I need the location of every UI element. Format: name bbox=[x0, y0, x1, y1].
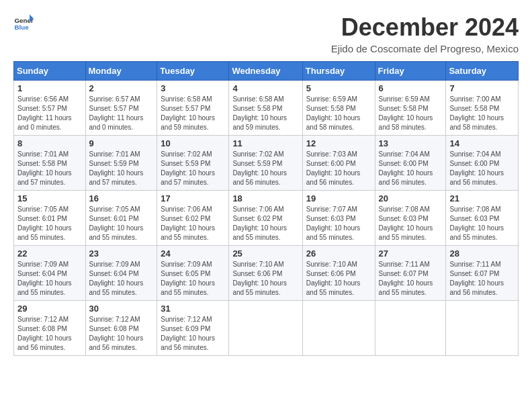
day-number: 10 bbox=[161, 138, 225, 148]
day-info: Sunrise: 6:59 AMSunset: 5:58 PMDaylight:… bbox=[379, 95, 433, 131]
day-info: Sunrise: 7:09 AMSunset: 6:05 PMDaylight:… bbox=[161, 261, 215, 296]
calendar-table: Sunday Monday Tuesday Wednesday Thursday… bbox=[13, 61, 519, 356]
day-number: 17 bbox=[161, 193, 225, 203]
table-row: 3 Sunrise: 6:58 AMSunset: 5:57 PMDayligh… bbox=[157, 81, 229, 136]
day-info: Sunrise: 7:04 AMSunset: 6:00 PMDaylight:… bbox=[379, 150, 433, 186]
day-info: Sunrise: 7:05 AMSunset: 6:01 PMDaylight:… bbox=[17, 205, 72, 241]
table-row: 17 Sunrise: 7:06 AMSunset: 6:02 PMDaylig… bbox=[157, 191, 229, 246]
calendar-week-3: 15 Sunrise: 7:05 AMSunset: 6:01 PMDaylig… bbox=[14, 191, 519, 246]
calendar-week-5: 29 Sunrise: 7:12 AMSunset: 6:08 PMDaylig… bbox=[14, 301, 519, 356]
day-number: 4 bbox=[232, 83, 298, 93]
col-monday: Monday bbox=[85, 62, 157, 81]
day-number: 23 bbox=[89, 248, 154, 259]
day-info: Sunrise: 7:12 AMSunset: 6:08 PMDaylight:… bbox=[89, 316, 144, 351]
day-number: 3 bbox=[161, 83, 225, 93]
day-number: 2 bbox=[89, 83, 154, 93]
day-number: 15 bbox=[17, 193, 82, 203]
day-info: Sunrise: 7:01 AMSunset: 5:59 PMDaylight:… bbox=[89, 150, 144, 186]
day-number: 20 bbox=[379, 193, 443, 203]
day-info: Sunrise: 7:07 AMSunset: 6:03 PMDaylight:… bbox=[306, 205, 361, 241]
table-row: 7 Sunrise: 7:00 AMSunset: 5:58 PMDayligh… bbox=[446, 81, 519, 136]
table-row: 29 Sunrise: 7:12 AMSunset: 6:08 PMDaylig… bbox=[14, 301, 86, 356]
day-info: Sunrise: 7:06 AMSunset: 6:02 PMDaylight:… bbox=[232, 205, 287, 241]
table-row: 18 Sunrise: 7:06 AMSunset: 6:02 PMDaylig… bbox=[229, 191, 302, 246]
table-row: 26 Sunrise: 7:10 AMSunset: 6:06 PMDaylig… bbox=[302, 246, 375, 301]
logo: General Blue bbox=[13, 13, 34, 34]
title-section: December 2024 Ejido de Coscomate del Pro… bbox=[331, 13, 519, 54]
day-number: 18 bbox=[232, 193, 298, 203]
day-info: Sunrise: 7:11 AMSunset: 6:07 PMDaylight:… bbox=[379, 261, 433, 296]
day-info: Sunrise: 7:00 AMSunset: 5:58 PMDaylight:… bbox=[449, 95, 504, 131]
col-thursday: Thursday bbox=[302, 62, 375, 81]
day-info: Sunrise: 7:06 AMSunset: 6:02 PMDaylight:… bbox=[161, 205, 215, 241]
day-number: 24 bbox=[161, 248, 225, 259]
day-info: Sunrise: 7:03 AMSunset: 6:00 PMDaylight:… bbox=[306, 150, 361, 186]
table-row: 23 Sunrise: 7:09 AMSunset: 6:04 PMDaylig… bbox=[85, 246, 157, 301]
calendar-week-2: 8 Sunrise: 7:01 AMSunset: 5:58 PMDayligh… bbox=[14, 136, 519, 191]
location-title: Ejido de Coscomate del Progreso, Mexico bbox=[331, 43, 519, 54]
day-info: Sunrise: 7:10 AMSunset: 6:06 PMDaylight:… bbox=[306, 261, 361, 296]
day-number: 14 bbox=[449, 138, 515, 148]
col-saturday: Saturday bbox=[446, 62, 519, 81]
table-row: 1 Sunrise: 6:56 AMSunset: 5:57 PMDayligh… bbox=[14, 81, 86, 136]
day-info: Sunrise: 7:04 AMSunset: 6:00 PMDaylight:… bbox=[449, 150, 504, 186]
day-number: 7 bbox=[449, 83, 515, 93]
table-row: 16 Sunrise: 7:05 AMSunset: 6:01 PMDaylig… bbox=[85, 191, 157, 246]
day-info: Sunrise: 7:05 AMSunset: 6:01 PMDaylight:… bbox=[89, 205, 144, 241]
day-info: Sunrise: 7:01 AMSunset: 5:58 PMDaylight:… bbox=[17, 150, 72, 186]
calendar-week-1: 1 Sunrise: 6:56 AMSunset: 5:57 PMDayligh… bbox=[14, 81, 519, 136]
day-info: Sunrise: 7:11 AMSunset: 6:07 PMDaylight:… bbox=[449, 261, 504, 296]
table-row: 24 Sunrise: 7:09 AMSunset: 6:05 PMDaylig… bbox=[157, 246, 229, 301]
calendar-header-row: Sunday Monday Tuesday Wednesday Thursday… bbox=[14, 62, 519, 81]
svg-text:Blue: Blue bbox=[15, 24, 30, 31]
page-header: General Blue December 2024 Ejido de Cosc… bbox=[13, 13, 519, 54]
table-row: 4 Sunrise: 6:58 AMSunset: 5:58 PMDayligh… bbox=[229, 81, 302, 136]
day-number: 21 bbox=[449, 193, 515, 203]
col-sunday: Sunday bbox=[14, 62, 86, 81]
table-row: 2 Sunrise: 6:57 AMSunset: 5:57 PMDayligh… bbox=[85, 81, 157, 136]
day-info: Sunrise: 6:58 AMSunset: 5:58 PMDaylight:… bbox=[232, 95, 287, 131]
day-number: 12 bbox=[306, 138, 371, 148]
table-row: 27 Sunrise: 7:11 AMSunset: 6:07 PMDaylig… bbox=[375, 246, 446, 301]
day-number: 1 bbox=[17, 83, 82, 93]
table-row: 31 Sunrise: 7:12 AMSunset: 6:09 PMDaylig… bbox=[157, 301, 229, 356]
col-friday: Friday bbox=[375, 62, 446, 81]
table-row bbox=[302, 301, 375, 356]
table-row: 15 Sunrise: 7:05 AMSunset: 6:01 PMDaylig… bbox=[14, 191, 86, 246]
table-row: 8 Sunrise: 7:01 AMSunset: 5:58 PMDayligh… bbox=[14, 136, 86, 191]
month-title: December 2024 bbox=[331, 13, 519, 42]
table-row: 21 Sunrise: 7:08 AMSunset: 6:03 PMDaylig… bbox=[446, 191, 519, 246]
day-number: 28 bbox=[449, 248, 515, 259]
calendar-week-4: 22 Sunrise: 7:09 AMSunset: 6:04 PMDaylig… bbox=[14, 246, 519, 301]
table-row: 19 Sunrise: 7:07 AMSunset: 6:03 PMDaylig… bbox=[302, 191, 375, 246]
day-number: 16 bbox=[89, 193, 154, 203]
day-info: Sunrise: 7:12 AMSunset: 6:09 PMDaylight:… bbox=[161, 316, 215, 351]
day-number: 25 bbox=[232, 248, 298, 259]
day-number: 5 bbox=[306, 83, 371, 93]
table-row: 9 Sunrise: 7:01 AMSunset: 5:59 PMDayligh… bbox=[85, 136, 157, 191]
day-info: Sunrise: 6:56 AMSunset: 5:57 PMDaylight:… bbox=[17, 95, 72, 131]
table-row bbox=[229, 301, 302, 356]
day-number: 31 bbox=[161, 304, 225, 314]
day-info: Sunrise: 7:12 AMSunset: 6:08 PMDaylight:… bbox=[17, 316, 72, 351]
table-row: 28 Sunrise: 7:11 AMSunset: 6:07 PMDaylig… bbox=[446, 246, 519, 301]
day-number: 9 bbox=[89, 138, 154, 148]
day-info: Sunrise: 6:58 AMSunset: 5:57 PMDaylight:… bbox=[161, 95, 215, 131]
day-number: 30 bbox=[89, 304, 154, 314]
day-info: Sunrise: 7:09 AMSunset: 6:04 PMDaylight:… bbox=[17, 261, 72, 296]
table-row bbox=[375, 301, 446, 356]
table-row: 12 Sunrise: 7:03 AMSunset: 6:00 PMDaylig… bbox=[302, 136, 375, 191]
day-info: Sunrise: 6:59 AMSunset: 5:58 PMDaylight:… bbox=[306, 95, 361, 131]
table-row bbox=[446, 301, 519, 356]
day-number: 6 bbox=[379, 83, 443, 93]
day-info: Sunrise: 7:08 AMSunset: 6:03 PMDaylight:… bbox=[449, 205, 504, 241]
table-row: 14 Sunrise: 7:04 AMSunset: 6:00 PMDaylig… bbox=[446, 136, 519, 191]
day-info: Sunrise: 7:02 AMSunset: 5:59 PMDaylight:… bbox=[232, 150, 287, 186]
day-number: 27 bbox=[379, 248, 443, 259]
table-row: 11 Sunrise: 7:02 AMSunset: 5:59 PMDaylig… bbox=[229, 136, 302, 191]
table-row: 30 Sunrise: 7:12 AMSunset: 6:08 PMDaylig… bbox=[85, 301, 157, 356]
day-number: 13 bbox=[379, 138, 443, 148]
day-number: 11 bbox=[232, 138, 298, 148]
table-row: 25 Sunrise: 7:10 AMSunset: 6:06 PMDaylig… bbox=[229, 246, 302, 301]
table-row: 6 Sunrise: 6:59 AMSunset: 5:58 PMDayligh… bbox=[375, 81, 446, 136]
